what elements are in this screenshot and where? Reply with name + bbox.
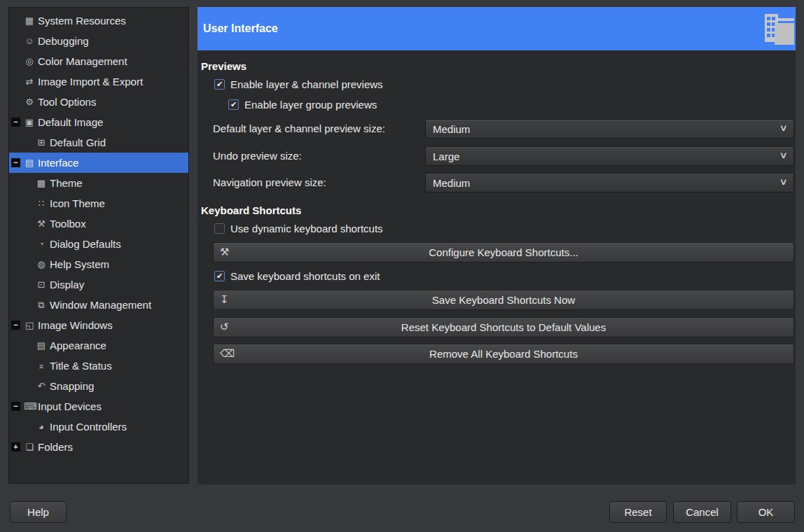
checkbox-label: Use dynamic keyboard shortcuts <box>230 223 383 234</box>
page-header: User Interface <box>197 7 796 50</box>
checkbox-checked-icon[interactable]: ✔ <box>214 79 225 90</box>
use-dynamic-shortcuts-checkbox-row[interactable]: Use dynamic keyboard shortcuts <box>214 223 383 234</box>
theme-icon: ▩ <box>36 178 47 188</box>
sidebar-item-label: Appearance <box>50 340 106 351</box>
undo-preview-size-select[interactable]: Large ∨ <box>425 146 794 166</box>
sidebar-item-label: Display <box>50 279 84 290</box>
sidebar-item-image-import-export[interactable]: ⇄ Image Import & Export <box>9 71 188 92</box>
clear-icon: ⌫ <box>220 347 235 360</box>
sidebar-item-title-status[interactable]: ⌅ Title & Status <box>9 356 188 376</box>
sidebar-item-input-controllers[interactable]: ◕ Input Controllers <box>9 416 188 437</box>
default-image-icon: ▣ <box>24 117 35 127</box>
button-label: Remove All Keyboard Shortcuts <box>429 348 578 360</box>
cancel-button[interactable]: Cancel <box>673 501 731 523</box>
sidebar-item-label: Default Grid <box>50 136 106 148</box>
enable-layer-group-previews-checkbox-row[interactable]: ✔ Enable layer group previews <box>228 99 377 111</box>
collapse-expander-icon[interactable]: − <box>11 158 20 167</box>
sidebar-item-interface[interactable]: − ▤ Interface <box>9 153 188 173</box>
ok-button[interactable]: OK <box>737 501 795 523</box>
chevron-down-icon: ∨ <box>779 122 788 133</box>
save-shortcuts-on-exit-checkbox-row[interactable]: ✔ Save keyboard shortcuts on exit <box>214 270 380 282</box>
sidebar-item-help-system[interactable]: ◍ Help System <box>9 254 188 274</box>
sidebar-item-default-grid[interactable]: ⊞ Default Grid <box>9 132 188 153</box>
remove-all-keyboard-shortcuts-button[interactable]: ⌫ Remove All Keyboard Shortcuts <box>213 344 794 364</box>
sidebar-item-label: Dialog Defaults <box>50 238 121 250</box>
sidebar-item-label: Debugging <box>38 35 89 47</box>
previews-section-title: Previews <box>201 60 247 72</box>
checkbox-label: Save keyboard shortcuts on exit <box>230 270 380 282</box>
sidebar-item-label: Input Devices <box>38 400 102 412</box>
button-label: Save Keyboard Shortcuts Now <box>432 294 575 306</box>
configure-keyboard-shortcuts-button[interactable]: ⚒ Configure Keyboard Shortcuts... <box>213 242 794 262</box>
help-system-icon: ◍ <box>36 259 47 270</box>
selected-value: Large <box>433 150 459 162</box>
folders-icon: ❏ <box>24 442 35 452</box>
preferences-dialog: { "header": { "title": "User Interface" … <box>0 0 804 532</box>
sidebar-item-snapping[interactable]: ↶ Snapping <box>9 376 188 396</box>
sidebar-item-system-resources[interactable]: ▦ System Resources <box>9 10 188 31</box>
interface-icon: ▤ <box>24 158 35 168</box>
selected-value: Medium <box>433 123 470 135</box>
button-label: Reset Keyboard Shortcuts to Default Valu… <box>401 321 606 333</box>
collapse-expander-icon[interactable]: − <box>11 321 20 330</box>
sidebar-item-theme[interactable]: ▩ Theme <box>9 173 188 193</box>
title-status-icon: ⌅ <box>36 360 47 371</box>
sidebar-item-icon-theme[interactable]: ∷ Icon Theme <box>9 193 188 214</box>
sidebar-item-appearance[interactable]: ▤ Appearance <box>9 335 188 356</box>
sidebar-item-display[interactable]: ⊡ Display <box>9 274 188 295</box>
sidebar-item-input-devices[interactable]: − ⌨ Input Devices <box>9 396 188 416</box>
sidebar-item-label: Color Management <box>38 55 127 67</box>
sidebar-item-folders[interactable]: + ❏ Folders <box>9 437 188 457</box>
sidebar-item-image-windows[interactable]: − ◱ Image Windows <box>9 315 188 335</box>
icon-theme-icon: ∷ <box>36 198 47 209</box>
chevron-down-icon: ∨ <box>779 176 788 187</box>
user-interface-header-icon <box>763 13 794 46</box>
sidebar-item-toolbox[interactable]: ⚒ Toolbox <box>9 214 188 234</box>
dialog-defaults-icon: ◔ <box>36 239 47 249</box>
sidebar-item-color-management[interactable]: ◎ Color Management <box>9 51 188 71</box>
chevron-down-icon: ∨ <box>779 150 788 160</box>
collapse-expander-icon[interactable]: − <box>11 402 20 411</box>
sidebar-item-tool-options[interactable]: ⚙ Tool Options <box>9 92 188 112</box>
image-windows-icon: ◱ <box>24 320 35 330</box>
default-preview-size-label: Default layer & channel preview size: <box>213 122 385 134</box>
button-label: OK <box>758 506 774 518</box>
snapping-icon: ↶ <box>36 381 47 391</box>
checkbox-label: Enable layer group previews <box>244 99 377 111</box>
grid-icon: ⊞ <box>36 137 47 148</box>
selected-value: Medium <box>433 177 470 189</box>
reset-button[interactable]: Reset <box>609 501 667 523</box>
input-controllers-icon: ◕ <box>36 421 47 432</box>
sidebar-item-debugging[interactable]: ☺ Debugging <box>9 31 188 51</box>
button-label: Reset <box>624 506 651 518</box>
sidebar-item-label: Input Controllers <box>50 421 127 433</box>
expand-expander-icon[interactable]: + <box>11 442 20 451</box>
button-label: Configure Keyboard Shortcuts... <box>429 246 578 258</box>
navigation-preview-size-select[interactable]: Medium ∨ <box>425 173 794 192</box>
tools-icon: ⚒ <box>220 246 229 258</box>
page-title: User Interface <box>197 22 278 35</box>
collapse-expander-icon[interactable]: − <box>11 118 20 127</box>
undo-preview-size-label: Undo preview size: <box>213 150 302 162</box>
reset-keyboard-shortcuts-button[interactable]: ↺ Reset Keyboard Shortcuts to Default Va… <box>213 317 794 337</box>
checkbox-checked-icon[interactable]: ✔ <box>228 99 239 110</box>
checkbox-unchecked-icon[interactable] <box>214 223 225 234</box>
wilber-icon: ☺ <box>24 36 35 46</box>
sidebar-item-dialog-defaults[interactable]: ◔ Dialog Defaults <box>9 234 188 254</box>
sidebar-item-default-image[interactable]: − ▣ Default Image <box>9 112 188 132</box>
save-keyboard-shortcuts-now-button[interactable]: ↧ Save Keyboard Shortcuts Now <box>213 290 794 310</box>
sidebar-item-label: Title & Status <box>50 360 112 372</box>
sidebar-item-window-management[interactable]: ⧉ Window Management <box>9 295 188 315</box>
sidebar-item-label: Theme <box>50 177 83 189</box>
help-button[interactable]: Help <box>10 501 67 523</box>
sidebar-item-label: Snapping <box>50 380 94 392</box>
sidebar-item-label: Tool Options <box>38 96 96 108</box>
default-preview-size-select[interactable]: Medium ∨ <box>425 119 794 139</box>
sidebar-item-label: Window Management <box>50 299 151 311</box>
window-management-icon: ⧉ <box>36 300 47 311</box>
checkbox-checked-icon[interactable]: ✔ <box>214 271 225 281</box>
sidebar-item-label: Interface <box>38 157 78 169</box>
sidebar-item-label: Image Windows <box>38 319 113 331</box>
enable-layer-channel-previews-checkbox-row[interactable]: ✔ Enable layer & channel previews <box>214 78 383 90</box>
appearance-icon: ▤ <box>36 340 47 351</box>
